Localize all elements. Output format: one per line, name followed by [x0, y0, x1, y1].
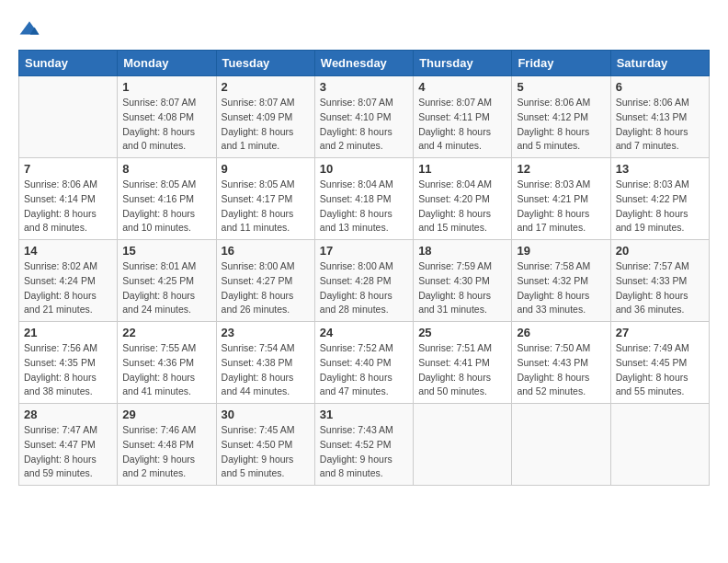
day-info: Sunrise: 8:06 AMSunset: 4:13 PMDaylight:…	[616, 96, 704, 154]
day-number: 9	[222, 162, 310, 176]
day-number: 27	[616, 326, 704, 339]
day-cell: 10Sunrise: 8:04 AMSunset: 4:18 PMDayligh…	[314, 158, 413, 240]
day-number: 13	[616, 162, 704, 176]
day-cell	[512, 404, 610, 486]
day-cell: 18Sunrise: 7:59 AMSunset: 4:30 PMDayligh…	[414, 240, 512, 322]
day-info: Sunrise: 7:45 AMSunset: 4:50 PMDaylight:…	[222, 423, 310, 481]
day-number: 31	[320, 408, 408, 421]
day-info: Sunrise: 8:06 AMSunset: 4:12 PMDaylight:…	[517, 96, 605, 154]
logo-icon	[18, 18, 40, 40]
day-number: 29	[122, 408, 210, 421]
day-cell: 1Sunrise: 8:07 AMSunset: 4:08 PMDaylight…	[118, 76, 216, 158]
week-row-1: 7Sunrise: 8:06 AMSunset: 4:14 PMDaylight…	[19, 158, 710, 240]
day-cell: 25Sunrise: 7:51 AMSunset: 4:41 PMDayligh…	[414, 322, 512, 404]
day-number: 15	[122, 244, 210, 258]
day-cell: 5Sunrise: 8:06 AMSunset: 4:12 PMDaylight…	[512, 76, 610, 158]
day-number: 18	[418, 244, 506, 258]
day-cell: 21Sunrise: 7:56 AMSunset: 4:35 PMDayligh…	[19, 322, 118, 404]
day-info: Sunrise: 8:04 AMSunset: 4:18 PMDaylight:…	[320, 178, 408, 236]
day-cell: 3Sunrise: 8:07 AMSunset: 4:10 PMDaylight…	[314, 76, 413, 158]
day-number: 5	[517, 80, 605, 94]
day-cell	[414, 404, 512, 486]
day-info: Sunrise: 7:49 AMSunset: 4:45 PMDaylight:…	[616, 341, 704, 399]
day-info: Sunrise: 8:07 AMSunset: 4:09 PMDaylight:…	[222, 96, 310, 154]
day-cell: 19Sunrise: 7:58 AMSunset: 4:32 PMDayligh…	[512, 240, 610, 322]
day-number: 1	[122, 80, 210, 94]
day-number: 22	[122, 326, 210, 339]
day-info: Sunrise: 8:05 AMSunset: 4:17 PMDaylight:…	[222, 178, 310, 236]
day-info: Sunrise: 8:07 AMSunset: 4:10 PMDaylight:…	[320, 96, 408, 154]
header-wednesday: Wednesday	[314, 51, 413, 76]
day-cell: 22Sunrise: 7:55 AMSunset: 4:36 PMDayligh…	[118, 322, 216, 404]
day-number: 30	[222, 408, 310, 421]
day-number: 20	[616, 244, 704, 258]
day-number: 8	[122, 162, 210, 176]
day-number: 23	[222, 326, 310, 339]
day-cell	[610, 404, 709, 486]
header-sunday: Sunday	[19, 51, 118, 76]
day-cell: 16Sunrise: 8:00 AMSunset: 4:27 PMDayligh…	[216, 240, 314, 322]
week-row-4: 28Sunrise: 7:47 AMSunset: 4:47 PMDayligh…	[19, 404, 710, 486]
day-cell: 26Sunrise: 7:50 AMSunset: 4:43 PMDayligh…	[512, 322, 610, 404]
day-number: 7	[24, 162, 112, 176]
day-info: Sunrise: 8:07 AMSunset: 4:11 PMDaylight:…	[418, 96, 506, 154]
day-info: Sunrise: 7:59 AMSunset: 4:30 PMDaylight:…	[418, 259, 506, 317]
day-info: Sunrise: 8:03 AMSunset: 4:22 PMDaylight:…	[616, 178, 704, 236]
day-number: 26	[517, 326, 605, 339]
day-number: 4	[418, 80, 506, 94]
day-cell: 20Sunrise: 7:57 AMSunset: 4:33 PMDayligh…	[610, 240, 709, 322]
day-number: 3	[320, 80, 408, 94]
day-cell: 4Sunrise: 8:07 AMSunset: 4:11 PMDaylight…	[414, 76, 512, 158]
day-cell: 17Sunrise: 8:00 AMSunset: 4:28 PMDayligh…	[314, 240, 413, 322]
day-info: Sunrise: 7:43 AMSunset: 4:52 PMDaylight:…	[320, 423, 408, 481]
day-number: 25	[418, 326, 506, 339]
day-info: Sunrise: 8:03 AMSunset: 4:21 PMDaylight:…	[517, 178, 605, 236]
day-cell: 15Sunrise: 8:01 AMSunset: 4:25 PMDayligh…	[118, 240, 216, 322]
day-info: Sunrise: 7:50 AMSunset: 4:43 PMDaylight:…	[517, 341, 605, 399]
day-info: Sunrise: 7:57 AMSunset: 4:33 PMDaylight:…	[616, 259, 704, 317]
page-header	[18, 18, 710, 40]
day-info: Sunrise: 7:55 AMSunset: 4:36 PMDaylight:…	[122, 341, 210, 399]
day-cell: 7Sunrise: 8:06 AMSunset: 4:14 PMDaylight…	[19, 158, 118, 240]
day-cell: 9Sunrise: 8:05 AMSunset: 4:17 PMDaylight…	[216, 158, 314, 240]
logo	[18, 18, 44, 40]
header-saturday: Saturday	[610, 51, 709, 76]
day-number: 11	[418, 162, 506, 176]
day-info: Sunrise: 7:51 AMSunset: 4:41 PMDaylight:…	[418, 341, 506, 399]
day-number: 21	[24, 326, 112, 339]
day-number: 2	[222, 80, 310, 94]
day-info: Sunrise: 8:07 AMSunset: 4:08 PMDaylight:…	[122, 96, 210, 154]
day-cell: 31Sunrise: 7:43 AMSunset: 4:52 PMDayligh…	[314, 404, 413, 486]
day-number: 10	[320, 162, 408, 176]
day-info: Sunrise: 8:06 AMSunset: 4:14 PMDaylight:…	[24, 178, 112, 236]
day-number: 16	[222, 244, 310, 258]
day-info: Sunrise: 8:04 AMSunset: 4:20 PMDaylight:…	[418, 178, 506, 236]
day-number: 17	[320, 244, 408, 258]
header-thursday: Thursday	[414, 51, 512, 76]
week-row-0: 1Sunrise: 8:07 AMSunset: 4:08 PMDaylight…	[19, 76, 710, 158]
calendar-table: SundayMondayTuesdayWednesdayThursdayFrid…	[18, 50, 710, 486]
day-cell: 28Sunrise: 7:47 AMSunset: 4:47 PMDayligh…	[19, 404, 118, 486]
day-info: Sunrise: 8:01 AMSunset: 4:25 PMDaylight:…	[122, 259, 210, 317]
day-info: Sunrise: 8:00 AMSunset: 4:27 PMDaylight:…	[222, 259, 310, 317]
day-cell: 11Sunrise: 8:04 AMSunset: 4:20 PMDayligh…	[414, 158, 512, 240]
day-number: 28	[24, 408, 112, 421]
calendar-header-row: SundayMondayTuesdayWednesdayThursdayFrid…	[19, 51, 710, 76]
day-info: Sunrise: 8:02 AMSunset: 4:24 PMDaylight:…	[24, 259, 112, 317]
day-cell: 23Sunrise: 7:54 AMSunset: 4:38 PMDayligh…	[216, 322, 314, 404]
day-cell: 27Sunrise: 7:49 AMSunset: 4:45 PMDayligh…	[610, 322, 709, 404]
day-cell: 14Sunrise: 8:02 AMSunset: 4:24 PMDayligh…	[19, 240, 118, 322]
day-cell: 30Sunrise: 7:45 AMSunset: 4:50 PMDayligh…	[216, 404, 314, 486]
day-info: Sunrise: 8:05 AMSunset: 4:16 PMDaylight:…	[122, 178, 210, 236]
day-number: 12	[517, 162, 605, 176]
header-friday: Friday	[512, 51, 610, 76]
day-info: Sunrise: 7:58 AMSunset: 4:32 PMDaylight:…	[517, 259, 605, 317]
day-number: 6	[616, 80, 704, 94]
day-number: 24	[320, 326, 408, 339]
day-info: Sunrise: 8:00 AMSunset: 4:28 PMDaylight:…	[320, 259, 408, 317]
header-tuesday: Tuesday	[216, 51, 314, 76]
week-row-2: 14Sunrise: 8:02 AMSunset: 4:24 PMDayligh…	[19, 240, 710, 322]
day-cell: 6Sunrise: 8:06 AMSunset: 4:13 PMDaylight…	[610, 76, 709, 158]
week-row-3: 21Sunrise: 7:56 AMSunset: 4:35 PMDayligh…	[19, 322, 710, 404]
day-info: Sunrise: 7:47 AMSunset: 4:47 PMDaylight:…	[24, 423, 112, 481]
